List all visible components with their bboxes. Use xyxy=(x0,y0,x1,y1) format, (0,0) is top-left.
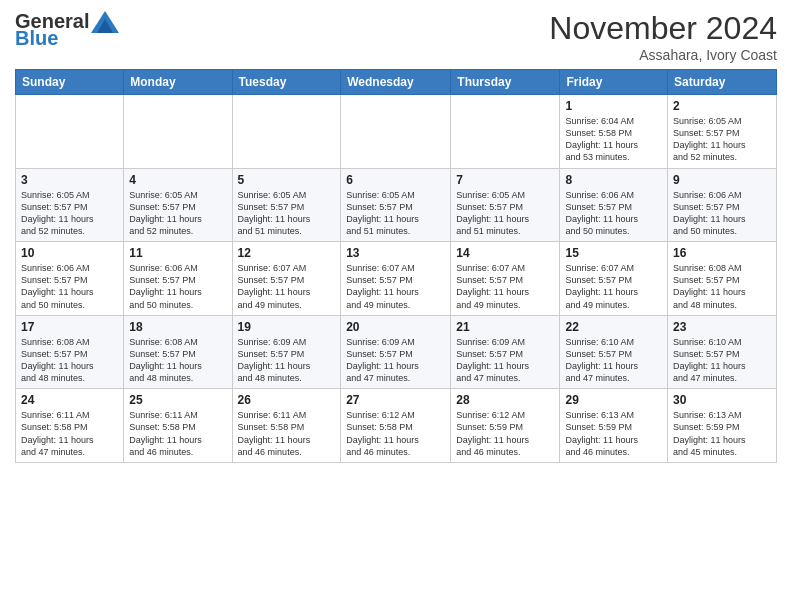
calendar-cell: 12Sunrise: 6:07 AM Sunset: 5:57 PM Dayli… xyxy=(232,242,341,316)
calendar-cell xyxy=(232,95,341,169)
day-info: Sunrise: 6:11 AM Sunset: 5:58 PM Dayligh… xyxy=(238,409,336,458)
day-number: 19 xyxy=(238,320,336,334)
calendar-page: General Blue November 2024 Assahara, Ivo… xyxy=(0,0,792,478)
calendar-week-row: 1Sunrise: 6:04 AM Sunset: 5:58 PM Daylig… xyxy=(16,95,777,169)
day-info: Sunrise: 6:05 AM Sunset: 5:57 PM Dayligh… xyxy=(673,115,771,164)
day-info: Sunrise: 6:13 AM Sunset: 5:59 PM Dayligh… xyxy=(673,409,771,458)
calendar-cell: 19Sunrise: 6:09 AM Sunset: 5:57 PM Dayli… xyxy=(232,315,341,389)
day-info: Sunrise: 6:08 AM Sunset: 5:57 PM Dayligh… xyxy=(21,336,118,385)
calendar-week-row: 10Sunrise: 6:06 AM Sunset: 5:57 PM Dayli… xyxy=(16,242,777,316)
calendar-cell: 26Sunrise: 6:11 AM Sunset: 5:58 PM Dayli… xyxy=(232,389,341,463)
day-number: 29 xyxy=(565,393,662,407)
day-number: 22 xyxy=(565,320,662,334)
day-info: Sunrise: 6:09 AM Sunset: 5:57 PM Dayligh… xyxy=(456,336,554,385)
logo-area: General Blue xyxy=(15,10,119,50)
col-saturday: Saturday xyxy=(668,70,777,95)
day-info: Sunrise: 6:06 AM Sunset: 5:57 PM Dayligh… xyxy=(673,189,771,238)
day-number: 10 xyxy=(21,246,118,260)
day-info: Sunrise: 6:07 AM Sunset: 5:57 PM Dayligh… xyxy=(346,262,445,311)
calendar-week-row: 3Sunrise: 6:05 AM Sunset: 5:57 PM Daylig… xyxy=(16,168,777,242)
day-info: Sunrise: 6:11 AM Sunset: 5:58 PM Dayligh… xyxy=(129,409,226,458)
day-info: Sunrise: 6:08 AM Sunset: 5:57 PM Dayligh… xyxy=(129,336,226,385)
location: Assahara, Ivory Coast xyxy=(549,47,777,63)
calendar-cell: 8Sunrise: 6:06 AM Sunset: 5:57 PM Daylig… xyxy=(560,168,668,242)
col-friday: Friday xyxy=(560,70,668,95)
day-number: 1 xyxy=(565,99,662,113)
calendar-cell: 28Sunrise: 6:12 AM Sunset: 5:59 PM Dayli… xyxy=(451,389,560,463)
day-info: Sunrise: 6:10 AM Sunset: 5:57 PM Dayligh… xyxy=(673,336,771,385)
header-row: Sunday Monday Tuesday Wednesday Thursday… xyxy=(16,70,777,95)
calendar-week-row: 17Sunrise: 6:08 AM Sunset: 5:57 PM Dayli… xyxy=(16,315,777,389)
day-info: Sunrise: 6:11 AM Sunset: 5:58 PM Dayligh… xyxy=(21,409,118,458)
day-number: 30 xyxy=(673,393,771,407)
calendar-cell: 11Sunrise: 6:06 AM Sunset: 5:57 PM Dayli… xyxy=(124,242,232,316)
header: General Blue November 2024 Assahara, Ivo… xyxy=(15,10,777,63)
day-number: 14 xyxy=(456,246,554,260)
day-number: 21 xyxy=(456,320,554,334)
calendar-cell: 20Sunrise: 6:09 AM Sunset: 5:57 PM Dayli… xyxy=(341,315,451,389)
calendar-cell: 16Sunrise: 6:08 AM Sunset: 5:57 PM Dayli… xyxy=(668,242,777,316)
day-info: Sunrise: 6:05 AM Sunset: 5:57 PM Dayligh… xyxy=(238,189,336,238)
calendar-cell: 29Sunrise: 6:13 AM Sunset: 5:59 PM Dayli… xyxy=(560,389,668,463)
day-number: 8 xyxy=(565,173,662,187)
calendar-week-row: 24Sunrise: 6:11 AM Sunset: 5:58 PM Dayli… xyxy=(16,389,777,463)
month-title: November 2024 xyxy=(549,10,777,47)
calendar-cell: 4Sunrise: 6:05 AM Sunset: 5:57 PM Daylig… xyxy=(124,168,232,242)
day-number: 5 xyxy=(238,173,336,187)
day-info: Sunrise: 6:13 AM Sunset: 5:59 PM Dayligh… xyxy=(565,409,662,458)
title-area: November 2024 Assahara, Ivory Coast xyxy=(549,10,777,63)
day-number: 4 xyxy=(129,173,226,187)
day-number: 2 xyxy=(673,99,771,113)
day-number: 27 xyxy=(346,393,445,407)
day-number: 13 xyxy=(346,246,445,260)
day-info: Sunrise: 6:06 AM Sunset: 5:57 PM Dayligh… xyxy=(565,189,662,238)
day-number: 28 xyxy=(456,393,554,407)
calendar-cell: 17Sunrise: 6:08 AM Sunset: 5:57 PM Dayli… xyxy=(16,315,124,389)
day-number: 18 xyxy=(129,320,226,334)
day-number: 15 xyxy=(565,246,662,260)
calendar-cell: 6Sunrise: 6:05 AM Sunset: 5:57 PM Daylig… xyxy=(341,168,451,242)
calendar-cell: 24Sunrise: 6:11 AM Sunset: 5:58 PM Dayli… xyxy=(16,389,124,463)
calendar-cell: 30Sunrise: 6:13 AM Sunset: 5:59 PM Dayli… xyxy=(668,389,777,463)
day-info: Sunrise: 6:05 AM Sunset: 5:57 PM Dayligh… xyxy=(21,189,118,238)
logo-blue: Blue xyxy=(15,27,58,50)
col-thursday: Thursday xyxy=(451,70,560,95)
day-info: Sunrise: 6:07 AM Sunset: 5:57 PM Dayligh… xyxy=(565,262,662,311)
calendar-cell xyxy=(16,95,124,169)
calendar-cell: 22Sunrise: 6:10 AM Sunset: 5:57 PM Dayli… xyxy=(560,315,668,389)
day-number: 12 xyxy=(238,246,336,260)
day-info: Sunrise: 6:09 AM Sunset: 5:57 PM Dayligh… xyxy=(238,336,336,385)
calendar-cell: 14Sunrise: 6:07 AM Sunset: 5:57 PM Dayli… xyxy=(451,242,560,316)
calendar-cell: 25Sunrise: 6:11 AM Sunset: 5:58 PM Dayli… xyxy=(124,389,232,463)
col-wednesday: Wednesday xyxy=(341,70,451,95)
day-info: Sunrise: 6:07 AM Sunset: 5:57 PM Dayligh… xyxy=(456,262,554,311)
calendar-cell: 15Sunrise: 6:07 AM Sunset: 5:57 PM Dayli… xyxy=(560,242,668,316)
day-info: Sunrise: 6:09 AM Sunset: 5:57 PM Dayligh… xyxy=(346,336,445,385)
calendar-cell: 3Sunrise: 6:05 AM Sunset: 5:57 PM Daylig… xyxy=(16,168,124,242)
day-number: 16 xyxy=(673,246,771,260)
calendar-cell: 2Sunrise: 6:05 AM Sunset: 5:57 PM Daylig… xyxy=(668,95,777,169)
day-number: 26 xyxy=(238,393,336,407)
day-info: Sunrise: 6:12 AM Sunset: 5:58 PM Dayligh… xyxy=(346,409,445,458)
day-info: Sunrise: 6:05 AM Sunset: 5:57 PM Dayligh… xyxy=(346,189,445,238)
day-number: 25 xyxy=(129,393,226,407)
day-number: 24 xyxy=(21,393,118,407)
col-monday: Monday xyxy=(124,70,232,95)
calendar-cell: 10Sunrise: 6:06 AM Sunset: 5:57 PM Dayli… xyxy=(16,242,124,316)
day-number: 17 xyxy=(21,320,118,334)
col-sunday: Sunday xyxy=(16,70,124,95)
calendar-cell xyxy=(451,95,560,169)
day-info: Sunrise: 6:10 AM Sunset: 5:57 PM Dayligh… xyxy=(565,336,662,385)
calendar-cell: 7Sunrise: 6:05 AM Sunset: 5:57 PM Daylig… xyxy=(451,168,560,242)
day-number: 11 xyxy=(129,246,226,260)
day-info: Sunrise: 6:05 AM Sunset: 5:57 PM Dayligh… xyxy=(129,189,226,238)
calendar-cell: 23Sunrise: 6:10 AM Sunset: 5:57 PM Dayli… xyxy=(668,315,777,389)
calendar-cell: 5Sunrise: 6:05 AM Sunset: 5:57 PM Daylig… xyxy=(232,168,341,242)
calendar-cell: 18Sunrise: 6:08 AM Sunset: 5:57 PM Dayli… xyxy=(124,315,232,389)
col-tuesday: Tuesday xyxy=(232,70,341,95)
calendar-cell: 27Sunrise: 6:12 AM Sunset: 5:58 PM Dayli… xyxy=(341,389,451,463)
calendar-cell: 13Sunrise: 6:07 AM Sunset: 5:57 PM Dayli… xyxy=(341,242,451,316)
day-info: Sunrise: 6:12 AM Sunset: 5:59 PM Dayligh… xyxy=(456,409,554,458)
day-number: 3 xyxy=(21,173,118,187)
logo-icon xyxy=(91,11,119,33)
